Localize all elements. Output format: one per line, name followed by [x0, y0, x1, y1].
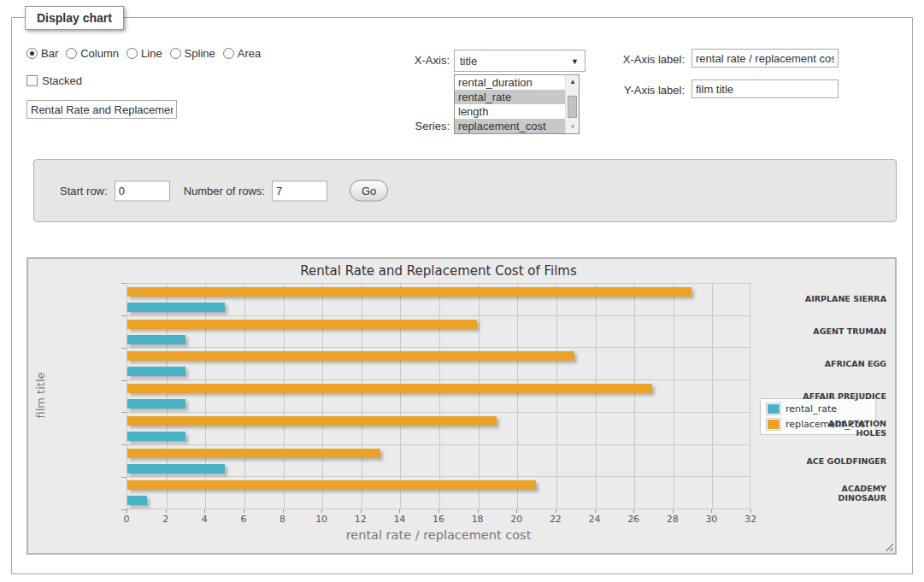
x-tick-label: 26: [627, 514, 639, 525]
bar-rental_rate[interactable]: [127, 399, 185, 409]
x-tick-mark: [166, 509, 167, 513]
chart-type-radio-spline[interactable]: Spline: [170, 47, 215, 60]
radio-icon[interactable]: [127, 48, 138, 59]
x-tick-mark: [127, 509, 127, 513]
x-axis-select[interactable]: title ▼: [454, 50, 586, 72]
bar-replacement_cost[interactable]: [127, 320, 477, 329]
x-tick-mark: [516, 509, 517, 513]
bar-replacement_cost[interactable]: [127, 384, 652, 393]
gridline: [556, 284, 557, 509]
gridline: [596, 284, 597, 509]
x-tick-mark: [283, 509, 284, 513]
x-tick-label: 8: [280, 514, 285, 525]
radio-icon[interactable]: [66, 48, 77, 59]
x-axis-title: rental rate / replacement cost: [127, 528, 750, 542]
scrollbar-thumb[interactable]: [568, 96, 577, 118]
x-tick-label: 2: [162, 514, 168, 525]
x-tick-mark: [399, 509, 400, 513]
go-button[interactable]: Go: [350, 180, 388, 202]
gridline: [634, 284, 635, 509]
page: Display chart BarColumnLineSplineArea St…: [0, 0, 924, 582]
bar-replacement_cost[interactable]: [127, 480, 536, 490]
bar-replacement_cost[interactable]: [127, 416, 497, 426]
category-band: [127, 477, 750, 509]
bar-replacement_cost[interactable]: [127, 287, 692, 297]
stacked-checkbox[interactable]: [26, 75, 38, 86]
x-axis-select-label: X-Axis:: [354, 54, 450, 67]
y-tick-mark: [121, 380, 127, 381]
chart-type-radio-bar[interactable]: Bar: [26, 47, 58, 60]
x-tick-label: 14: [393, 514, 405, 525]
bar-rental_rate[interactable]: [127, 367, 185, 376]
y-axis-label-caption: Y-Axis label:: [576, 84, 685, 97]
radio-label: Line: [141, 47, 162, 60]
series-option-rental_duration[interactable]: rental_duration: [455, 75, 579, 90]
x-tick-label: 12: [355, 514, 367, 525]
fieldset-legend: Display chart: [25, 6, 124, 30]
chart-type-radio-column[interactable]: Column: [66, 47, 119, 60]
rows-panel: Start row: Number of rows: Go: [33, 159, 897, 222]
x-tick-mark: [556, 509, 556, 513]
plot-area: [127, 283, 750, 509]
category-label: AFRICAN EGG: [802, 348, 895, 380]
y-tick-mark: [121, 283, 127, 284]
bar-rental_rate[interactable]: [127, 335, 185, 344]
stacked-checkbox-row[interactable]: Stacked: [26, 74, 82, 87]
y-tick-mark: [121, 444, 127, 445]
bar-rental_rate[interactable]: [127, 464, 225, 473]
category-label: ADAPTATION HOLES: [802, 412, 895, 444]
bar-replacement_cost[interactable]: [127, 449, 380, 458]
category-label: ACADEMY DINOSAUR: [802, 477, 895, 509]
bar-rental_rate[interactable]: [127, 432, 185, 441]
gridline: [439, 284, 440, 509]
x-tick-mark: [633, 509, 634, 513]
x-tick-label: 20: [510, 514, 522, 525]
x-tick-mark: [478, 509, 479, 513]
y-tick-mark: [121, 509, 127, 510]
legend-swatch-icon: [767, 403, 780, 414]
bar-replacement_cost[interactable]: [127, 351, 574, 361]
x-tick-mark: [595, 509, 596, 513]
category-band: [127, 413, 750, 445]
x-tick-label: 16: [433, 514, 444, 525]
y-tick-mark: [121, 412, 127, 413]
category-label: AFFAIR PREJUDICE: [802, 380, 895, 413]
gridline: [400, 284, 401, 509]
legend-swatch-icon: [767, 419, 780, 430]
chart-type-radio-line[interactable]: Line: [127, 47, 162, 60]
scroll-down-icon[interactable]: ▼: [566, 121, 580, 133]
radio-icon[interactable]: [170, 48, 181, 59]
x-tick-label: 6: [240, 514, 246, 525]
display-chart-fieldset: Display chart BarColumnLineSplineArea St…: [11, 17, 913, 574]
number-of-rows-input[interactable]: [272, 180, 327, 201]
gridline: [517, 284, 518, 509]
gridline: [244, 284, 245, 509]
start-row-input[interactable]: [115, 180, 170, 201]
x-tick-mark: [204, 509, 205, 513]
x-tick-mark: [711, 509, 712, 513]
bar-rental_rate[interactable]: [127, 303, 225, 312]
x-tick-label: 32: [744, 514, 756, 525]
bar-rental_rate[interactable]: [127, 496, 147, 505]
rows-panel-controls: Start row: Number of rows: Go: [60, 180, 388, 202]
x-axis-selected-value: title: [460, 55, 477, 68]
radio-icon[interactable]: [26, 48, 38, 59]
chart-title: Rental Rate and Replacement Cost of Film…: [127, 263, 750, 279]
resize-handle-icon[interactable]: [883, 541, 893, 551]
radio-icon[interactable]: [223, 48, 234, 59]
series-option-rental_rate[interactable]: rental_rate: [455, 90, 579, 104]
gridline: [167, 284, 168, 509]
x-tick-mark: [361, 509, 362, 513]
series-option-replacement_cost[interactable]: replacement_cost: [455, 119, 579, 133]
chart-title-input[interactable]: [26, 100, 177, 119]
x-tick-mark: [750, 509, 751, 513]
x-axis-label-input[interactable]: [692, 49, 839, 68]
chart-type-radio-area[interactable]: Area: [223, 47, 261, 60]
gridline: [712, 284, 713, 509]
y-axis-label-input[interactable]: [692, 79, 839, 98]
category-band: [127, 380, 750, 413]
gridline: [674, 284, 674, 509]
series-multiselect[interactable]: ▲ ▼ rental_durationrental_ratelengthrepl…: [454, 74, 580, 134]
series-option-length[interactable]: length: [455, 104, 579, 119]
y-axis-title: film title: [34, 353, 47, 438]
